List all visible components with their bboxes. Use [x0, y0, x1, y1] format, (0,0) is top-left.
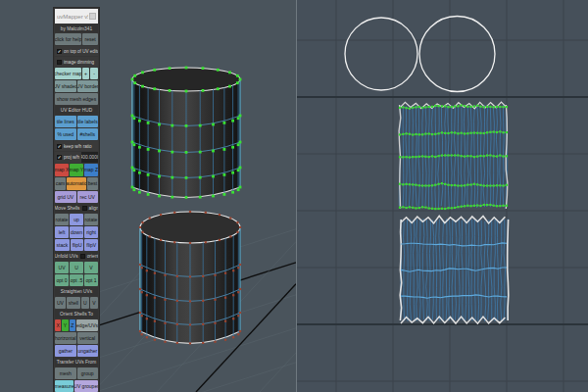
click-for-help-button[interactable]: click for help — [55, 33, 81, 45]
checker-plus-button[interactable]: + — [82, 68, 90, 79]
flip-v-button[interactable]: flipV — [84, 239, 98, 251]
orient-y-button[interactable]: Y — [62, 319, 68, 331]
checker-minus-button[interactable]: - — [90, 68, 98, 79]
checker-map-button[interactable]: checker map — [55, 68, 81, 79]
transfer-uvs-header: Transfer UVs From — [55, 358, 98, 367]
map-y-button[interactable]: map Y — [70, 164, 83, 176]
rotate-right-button[interactable]: rotate — [84, 214, 98, 225]
straighten-uvs-header: Straighten UVs — [55, 287, 98, 296]
uv-editor-hud-header: UV Editor HUD — [55, 106, 98, 115]
stack-button[interactable]: stack — [55, 239, 70, 251]
horizontal-button[interactable]: horizontal — [55, 332, 76, 344]
panel-collapse-button[interactable] — [89, 13, 96, 20]
unfold-uv-button[interactable]: UV — [55, 262, 69, 273]
proj-wh-checkbox[interactable]: ✓ — [57, 155, 62, 160]
flip-u-button[interactable]: flipU — [71, 239, 84, 251]
grid-uv-button[interactable]: grid UV — [55, 191, 76, 203]
image-dimming-row[interactable]: image dimming — [55, 57, 98, 67]
image-dimming-checkbox[interactable] — [57, 60, 62, 65]
opt-05-button[interactable]: opt .5 — [70, 274, 83, 286]
unfold-v-button[interactable]: V — [84, 262, 98, 273]
move-left-button[interactable]: left — [55, 226, 69, 238]
panel-title: uvMapper v5.8 — [57, 14, 88, 20]
move-shells-header: Move Shells align — [55, 204, 98, 213]
move-right-button[interactable]: right — [84, 226, 98, 238]
gather-button[interactable]: gather — [55, 345, 76, 357]
uv-shell-cap-circles[interactable] — [345, 17, 495, 92]
unfold-u-button[interactable]: U — [70, 262, 83, 273]
on-top-of-uv-editor-row[interactable]: ✓ on top of UV editor — [55, 46, 98, 56]
orient-x-button[interactable]: X — [55, 319, 61, 331]
straighten-shell-button[interactable]: shell — [67, 297, 80, 309]
image-dimming-label: image dimming — [64, 60, 94, 65]
panel-title-bar[interactable]: uvMapper v5.8 — [55, 9, 98, 24]
uvmapper-panel[interactable]: uvMapper v5.8 by Malcolm341 click for he… — [54, 8, 99, 392]
show-mesh-edges-button[interactable]: show mesh edges — [55, 93, 98, 105]
opt-1-button[interactable]: opt 1 — [84, 274, 98, 286]
keep-ratio-row[interactable]: ✓ keep w/h ratio — [55, 141, 98, 151]
keep-ratio-checkbox[interactable]: ✓ — [57, 144, 62, 149]
uv-grouper-button[interactable]: UV grouper — [74, 380, 98, 392]
proj-wh-row[interactable]: ✓ proj w/h 400.0000 — [55, 152, 98, 163]
rec-uv-button[interactable]: rec UV — [77, 191, 99, 203]
transfer-mesh-button[interactable]: mesh — [55, 368, 76, 379]
uv-shell-unselected-white[interactable] — [400, 216, 509, 323]
best-button[interactable]: best — [87, 177, 98, 190]
percent-used-button[interactable]: % used — [55, 128, 76, 140]
map-z-button[interactable]: map Z — [84, 164, 98, 176]
move-up-button[interactable]: up — [70, 214, 83, 225]
num-shells-button[interactable]: #shells — [77, 128, 99, 140]
orient-label: orient — [87, 254, 98, 259]
transfer-group-button[interactable]: group — [77, 368, 99, 379]
vertical-button[interactable]: vertical — [77, 332, 99, 344]
tile-lines-button[interactable]: tile lines — [55, 116, 76, 127]
on-top-label: on top of UV editor — [64, 49, 98, 54]
align-checkbox[interactable] — [82, 206, 87, 211]
orient-shells-to-header: Orient Shells To — [55, 310, 98, 318]
on-top-checkbox[interactable]: ✓ — [57, 49, 62, 54]
straighten-v-button[interactable]: V — [90, 297, 98, 309]
reset-button[interactable]: reset — [82, 33, 98, 45]
ungather-button[interactable]: ungather — [77, 345, 99, 357]
uv-editor-view[interactable] — [296, 0, 588, 392]
viewport-3d[interactable] — [0, 0, 296, 392]
uv-border-button[interactable]: UV border — [77, 80, 99, 92]
align-label: align — [89, 206, 99, 211]
proj-wh-label: proj w/h — [64, 155, 79, 160]
opt-0-button[interactable]: opt 0 — [55, 274, 69, 286]
unfold-uvs-header: Unfold UVs orient — [55, 252, 98, 261]
orient-z-button[interactable]: Z — [70, 319, 75, 331]
uv-shell-selected-green[interactable] — [399, 102, 508, 210]
map-x-button[interactable]: map X — [55, 164, 69, 176]
automatic-button[interactable]: automatic — [67, 177, 86, 190]
byline: by Malcolm341 — [55, 24, 98, 32]
tile-labels-button[interactable]: tile labels — [77, 116, 99, 127]
proj-wh-field[interactable]: 400.0000 — [81, 152, 98, 163]
orient-edge-uvs-button[interactable]: edge/UVs — [76, 319, 98, 331]
cam-button[interactable]: cam — [55, 177, 66, 190]
orient-checkbox[interactable] — [80, 254, 85, 259]
move-down-button[interactable]: down — [70, 226, 83, 238]
straighten-uv-button[interactable]: UV — [55, 297, 66, 309]
straighten-u-button[interactable]: U — [81, 297, 89, 309]
cylinder-top-mesh-selected[interactable] — [131, 67, 242, 199]
uv-shaded-button[interactable]: UV shaded — [55, 80, 76, 92]
rotate-left-button[interactable]: rotate — [55, 214, 69, 225]
keep-ratio-label: keep w/h ratio — [64, 144, 92, 149]
measure-button[interactable]: measure — [55, 380, 74, 392]
cylinder-bottom-mesh[interactable] — [139, 211, 241, 345]
